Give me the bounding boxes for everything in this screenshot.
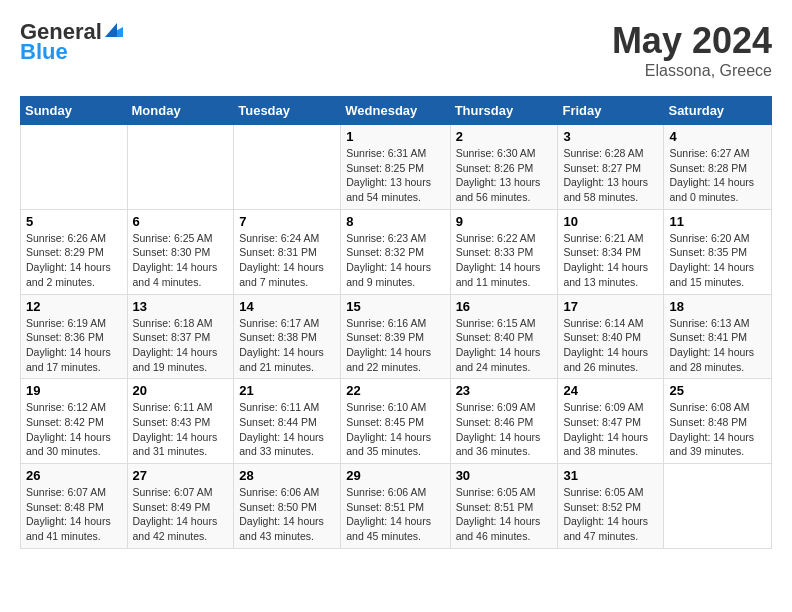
- weekday-header-friday: Friday: [558, 97, 664, 125]
- calendar-cell: 16Sunrise: 6:15 AMSunset: 8:40 PMDayligh…: [450, 294, 558, 379]
- day-info: Sunrise: 6:28 AMSunset: 8:27 PMDaylight:…: [563, 146, 658, 205]
- day-info: Sunrise: 6:22 AMSunset: 8:33 PMDaylight:…: [456, 231, 553, 290]
- day-number: 15: [346, 299, 444, 314]
- calendar-cell: 24Sunrise: 6:09 AMSunset: 8:47 PMDayligh…: [558, 379, 664, 464]
- day-info: Sunrise: 6:18 AMSunset: 8:37 PMDaylight:…: [133, 316, 229, 375]
- week-row-4: 19Sunrise: 6:12 AMSunset: 8:42 PMDayligh…: [21, 379, 772, 464]
- week-row-2: 5Sunrise: 6:26 AMSunset: 8:29 PMDaylight…: [21, 209, 772, 294]
- day-info: Sunrise: 6:06 AMSunset: 8:51 PMDaylight:…: [346, 485, 444, 544]
- calendar-cell: 17Sunrise: 6:14 AMSunset: 8:40 PMDayligh…: [558, 294, 664, 379]
- day-number: 12: [26, 299, 122, 314]
- calendar-cell: 4Sunrise: 6:27 AMSunset: 8:28 PMDaylight…: [664, 125, 772, 210]
- page-header: General Blue May 2024 Elassona, Greece: [20, 20, 772, 80]
- day-info: Sunrise: 6:13 AMSunset: 8:41 PMDaylight:…: [669, 316, 766, 375]
- day-number: 22: [346, 383, 444, 398]
- calendar-cell: 7Sunrise: 6:24 AMSunset: 8:31 PMDaylight…: [234, 209, 341, 294]
- weekday-header-tuesday: Tuesday: [234, 97, 341, 125]
- calendar-cell: 11Sunrise: 6:20 AMSunset: 8:35 PMDayligh…: [664, 209, 772, 294]
- calendar-cell: 3Sunrise: 6:28 AMSunset: 8:27 PMDaylight…: [558, 125, 664, 210]
- calendar-cell: 19Sunrise: 6:12 AMSunset: 8:42 PMDayligh…: [21, 379, 128, 464]
- calendar-cell: 26Sunrise: 6:07 AMSunset: 8:48 PMDayligh…: [21, 464, 128, 549]
- day-info: Sunrise: 6:09 AMSunset: 8:47 PMDaylight:…: [563, 400, 658, 459]
- day-number: 16: [456, 299, 553, 314]
- calendar-cell: 10Sunrise: 6:21 AMSunset: 8:34 PMDayligh…: [558, 209, 664, 294]
- calendar-cell: [21, 125, 128, 210]
- day-number: 29: [346, 468, 444, 483]
- day-info: Sunrise: 6:26 AMSunset: 8:29 PMDaylight:…: [26, 231, 122, 290]
- day-info: Sunrise: 6:30 AMSunset: 8:26 PMDaylight:…: [456, 146, 553, 205]
- weekday-header-sunday: Sunday: [21, 97, 128, 125]
- week-row-3: 12Sunrise: 6:19 AMSunset: 8:36 PMDayligh…: [21, 294, 772, 379]
- calendar-cell: 14Sunrise: 6:17 AMSunset: 8:38 PMDayligh…: [234, 294, 341, 379]
- day-number: 31: [563, 468, 658, 483]
- calendar-table: SundayMondayTuesdayWednesdayThursdayFrid…: [20, 96, 772, 549]
- day-info: Sunrise: 6:19 AMSunset: 8:36 PMDaylight:…: [26, 316, 122, 375]
- calendar-cell: 27Sunrise: 6:07 AMSunset: 8:49 PMDayligh…: [127, 464, 234, 549]
- weekday-header-monday: Monday: [127, 97, 234, 125]
- day-info: Sunrise: 6:10 AMSunset: 8:45 PMDaylight:…: [346, 400, 444, 459]
- day-number: 5: [26, 214, 122, 229]
- calendar-cell: 25Sunrise: 6:08 AMSunset: 8:48 PMDayligh…: [664, 379, 772, 464]
- day-number: 17: [563, 299, 658, 314]
- day-number: 23: [456, 383, 553, 398]
- location: Elassona, Greece: [612, 62, 772, 80]
- weekday-header-saturday: Saturday: [664, 97, 772, 125]
- day-info: Sunrise: 6:07 AMSunset: 8:49 PMDaylight:…: [133, 485, 229, 544]
- day-number: 9: [456, 214, 553, 229]
- calendar-cell: 22Sunrise: 6:10 AMSunset: 8:45 PMDayligh…: [341, 379, 450, 464]
- calendar-cell: 5Sunrise: 6:26 AMSunset: 8:29 PMDaylight…: [21, 209, 128, 294]
- day-info: Sunrise: 6:11 AMSunset: 8:44 PMDaylight:…: [239, 400, 335, 459]
- calendar-header: SundayMondayTuesdayWednesdayThursdayFrid…: [21, 97, 772, 125]
- day-number: 6: [133, 214, 229, 229]
- day-number: 20: [133, 383, 229, 398]
- calendar-body: 1Sunrise: 6:31 AMSunset: 8:25 PMDaylight…: [21, 125, 772, 549]
- weekday-header-row: SundayMondayTuesdayWednesdayThursdayFrid…: [21, 97, 772, 125]
- day-info: Sunrise: 6:16 AMSunset: 8:39 PMDaylight:…: [346, 316, 444, 375]
- day-number: 27: [133, 468, 229, 483]
- calendar-cell: [127, 125, 234, 210]
- calendar-cell: 30Sunrise: 6:05 AMSunset: 8:51 PMDayligh…: [450, 464, 558, 549]
- day-info: Sunrise: 6:07 AMSunset: 8:48 PMDaylight:…: [26, 485, 122, 544]
- calendar-cell: 9Sunrise: 6:22 AMSunset: 8:33 PMDaylight…: [450, 209, 558, 294]
- weekday-header-wednesday: Wednesday: [341, 97, 450, 125]
- day-info: Sunrise: 6:06 AMSunset: 8:50 PMDaylight:…: [239, 485, 335, 544]
- day-number: 8: [346, 214, 444, 229]
- calendar-cell: 1Sunrise: 6:31 AMSunset: 8:25 PMDaylight…: [341, 125, 450, 210]
- day-number: 10: [563, 214, 658, 229]
- calendar-cell: 8Sunrise: 6:23 AMSunset: 8:32 PMDaylight…: [341, 209, 450, 294]
- day-info: Sunrise: 6:20 AMSunset: 8:35 PMDaylight:…: [669, 231, 766, 290]
- calendar-cell: 13Sunrise: 6:18 AMSunset: 8:37 PMDayligh…: [127, 294, 234, 379]
- week-row-1: 1Sunrise: 6:31 AMSunset: 8:25 PMDaylight…: [21, 125, 772, 210]
- day-number: 30: [456, 468, 553, 483]
- day-info: Sunrise: 6:12 AMSunset: 8:42 PMDaylight:…: [26, 400, 122, 459]
- day-number: 26: [26, 468, 122, 483]
- svg-marker-1: [105, 23, 117, 37]
- weekday-header-thursday: Thursday: [450, 97, 558, 125]
- logo-arrow-icon: [105, 19, 123, 37]
- day-number: 1: [346, 129, 444, 144]
- day-info: Sunrise: 6:31 AMSunset: 8:25 PMDaylight:…: [346, 146, 444, 205]
- day-number: 18: [669, 299, 766, 314]
- day-info: Sunrise: 6:24 AMSunset: 8:31 PMDaylight:…: [239, 231, 335, 290]
- title-block: May 2024 Elassona, Greece: [612, 20, 772, 80]
- month-title: May 2024: [612, 20, 772, 62]
- day-number: 21: [239, 383, 335, 398]
- day-number: 2: [456, 129, 553, 144]
- day-number: 25: [669, 383, 766, 398]
- calendar-cell: 31Sunrise: 6:05 AMSunset: 8:52 PMDayligh…: [558, 464, 664, 549]
- calendar-cell: 2Sunrise: 6:30 AMSunset: 8:26 PMDaylight…: [450, 125, 558, 210]
- day-number: 14: [239, 299, 335, 314]
- week-row-5: 26Sunrise: 6:07 AMSunset: 8:48 PMDayligh…: [21, 464, 772, 549]
- day-info: Sunrise: 6:15 AMSunset: 8:40 PMDaylight:…: [456, 316, 553, 375]
- calendar-cell: 28Sunrise: 6:06 AMSunset: 8:50 PMDayligh…: [234, 464, 341, 549]
- day-info: Sunrise: 6:09 AMSunset: 8:46 PMDaylight:…: [456, 400, 553, 459]
- calendar-cell: 6Sunrise: 6:25 AMSunset: 8:30 PMDaylight…: [127, 209, 234, 294]
- day-number: 19: [26, 383, 122, 398]
- day-info: Sunrise: 6:05 AMSunset: 8:52 PMDaylight:…: [563, 485, 658, 544]
- day-number: 13: [133, 299, 229, 314]
- day-number: 24: [563, 383, 658, 398]
- logo: General Blue: [20, 20, 123, 64]
- day-number: 28: [239, 468, 335, 483]
- calendar-cell: 15Sunrise: 6:16 AMSunset: 8:39 PMDayligh…: [341, 294, 450, 379]
- day-number: 11: [669, 214, 766, 229]
